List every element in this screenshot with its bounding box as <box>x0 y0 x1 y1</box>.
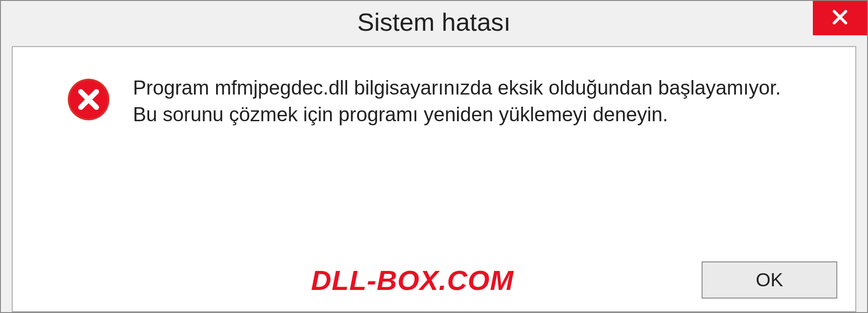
error-icon <box>67 78 110 121</box>
content-area: Program mfmjpegdec.dll bilgisayarınızda … <box>12 46 856 312</box>
watermark-text: DLL-BOX.COM <box>311 264 514 296</box>
close-icon <box>830 7 850 29</box>
message-row: Program mfmjpegdec.dll bilgisayarınızda … <box>67 74 801 128</box>
error-message: Program mfmjpegdec.dll bilgisayarınızda … <box>133 74 801 128</box>
dialog-title: Sistem hatası <box>357 7 510 37</box>
ok-button[interactable]: OK <box>702 261 837 299</box>
error-dialog: Sistem hatası Program mfmjpegdec.dll bil <box>0 0 868 313</box>
footer-row: DLL-BOX.COM OK <box>31 261 837 299</box>
titlebar: Sistem hatası <box>1 1 867 43</box>
close-button[interactable] <box>813 1 867 35</box>
